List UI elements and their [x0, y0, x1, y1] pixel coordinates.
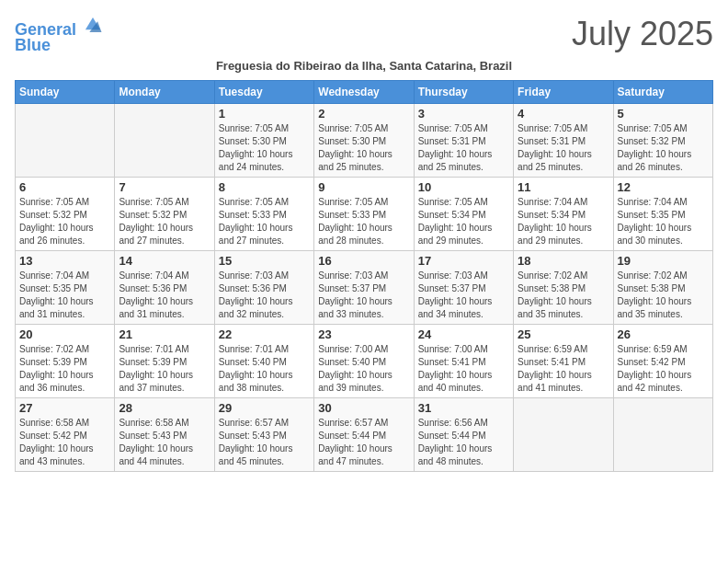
day-detail: Sunrise: 7:05 AM Sunset: 5:33 PM Dayligh…: [219, 196, 310, 247]
weekday-header-saturday: Saturday: [613, 80, 712, 103]
day-detail: Sunrise: 7:01 AM Sunset: 5:39 PM Dayligh…: [119, 343, 210, 395]
calendar-body: 1Sunrise: 7:05 AM Sunset: 5:30 PM Daylig…: [16, 103, 713, 471]
logo-icon: [83, 15, 103, 35]
calendar-cell: 16Sunrise: 7:03 AM Sunset: 5:37 PM Dayli…: [314, 250, 414, 324]
day-number: 13: [19, 254, 110, 268]
day-number: 6: [19, 180, 110, 194]
calendar-cell: 11Sunrise: 7:04 AM Sunset: 5:34 PM Dayli…: [514, 177, 613, 250]
day-number: 21: [119, 327, 210, 341]
calendar-cell: 15Sunrise: 7:03 AM Sunset: 5:36 PM Dayli…: [214, 250, 313, 324]
weekday-header-friday: Friday: [514, 80, 613, 103]
day-number: 29: [219, 401, 310, 415]
day-detail: Sunrise: 7:02 AM Sunset: 5:39 PM Dayligh…: [19, 343, 110, 395]
day-detail: Sunrise: 7:03 AM Sunset: 5:36 PM Dayligh…: [219, 270, 310, 321]
day-number: 18: [518, 254, 609, 268]
day-number: 16: [318, 254, 409, 268]
day-detail: Sunrise: 6:56 AM Sunset: 5:44 PM Dayligh…: [418, 417, 509, 468]
calendar-cell: 18Sunrise: 7:02 AM Sunset: 5:38 PM Dayli…: [514, 250, 613, 324]
month-title: July 2025: [572, 15, 713, 53]
calendar-cell: 24Sunrise: 7:00 AM Sunset: 5:41 PM Dayli…: [414, 324, 513, 397]
day-number: 19: [618, 254, 709, 268]
day-detail: Sunrise: 7:04 AM Sunset: 5:36 PM Dayligh…: [119, 270, 210, 321]
day-number: 17: [418, 254, 509, 268]
calendar-cell: 8Sunrise: 7:05 AM Sunset: 5:33 PM Daylig…: [214, 177, 313, 250]
calendar-cell: 5Sunrise: 7:05 AM Sunset: 5:32 PM Daylig…: [613, 103, 712, 177]
calendar-week-3: 13Sunrise: 7:04 AM Sunset: 5:35 PM Dayli…: [16, 250, 713, 324]
day-number: 10: [418, 180, 509, 194]
day-number: 5: [618, 107, 709, 121]
calendar-cell: 2Sunrise: 7:05 AM Sunset: 5:30 PM Daylig…: [314, 103, 414, 177]
calendar-cell: [514, 397, 613, 471]
calendar-cell: 23Sunrise: 7:00 AM Sunset: 5:40 PM Dayli…: [314, 324, 414, 397]
day-detail: Sunrise: 7:04 AM Sunset: 5:35 PM Dayligh…: [618, 196, 709, 247]
day-detail: Sunrise: 7:02 AM Sunset: 5:38 PM Dayligh…: [518, 270, 609, 321]
day-detail: Sunrise: 7:03 AM Sunset: 5:37 PM Dayligh…: [418, 270, 509, 321]
day-detail: Sunrise: 7:05 AM Sunset: 5:32 PM Dayligh…: [618, 122, 709, 174]
day-detail: Sunrise: 7:04 AM Sunset: 5:35 PM Dayligh…: [19, 270, 110, 321]
calendar-cell: 7Sunrise: 7:05 AM Sunset: 5:32 PM Daylig…: [115, 177, 214, 250]
day-detail: Sunrise: 6:59 AM Sunset: 5:42 PM Dayligh…: [618, 343, 709, 395]
subtitle: Freguesia do Ribeirao da Ilha, Santa Cat…: [15, 59, 713, 73]
day-number: 2: [318, 107, 409, 121]
day-detail: Sunrise: 6:59 AM Sunset: 5:41 PM Dayligh…: [518, 343, 609, 395]
weekday-header-row: SundayMondayTuesdayWednesdayThursdayFrid…: [16, 80, 713, 103]
day-number: 31: [418, 401, 509, 415]
day-number: 30: [318, 401, 409, 415]
day-detail: Sunrise: 7:00 AM Sunset: 5:41 PM Dayligh…: [418, 343, 509, 395]
calendar-cell: 12Sunrise: 7:04 AM Sunset: 5:35 PM Dayli…: [613, 177, 712, 250]
weekday-header-wednesday: Wednesday: [314, 80, 414, 103]
calendar-cell: 19Sunrise: 7:02 AM Sunset: 5:38 PM Dayli…: [613, 250, 712, 324]
day-number: 11: [518, 180, 609, 194]
weekday-header-sunday: Sunday: [16, 80, 115, 103]
day-number: 1: [219, 107, 310, 121]
calendar-week-4: 20Sunrise: 7:02 AM Sunset: 5:39 PM Dayli…: [16, 324, 713, 397]
calendar-cell: 9Sunrise: 7:05 AM Sunset: 5:33 PM Daylig…: [314, 177, 414, 250]
calendar-cell: 30Sunrise: 6:57 AM Sunset: 5:44 PM Dayli…: [314, 397, 414, 471]
calendar-cell: 17Sunrise: 7:03 AM Sunset: 5:37 PM Dayli…: [414, 250, 513, 324]
calendar-cell: 4Sunrise: 7:05 AM Sunset: 5:31 PM Daylig…: [514, 103, 613, 177]
calendar-cell: 3Sunrise: 7:05 AM Sunset: 5:31 PM Daylig…: [414, 103, 513, 177]
calendar-cell: 1Sunrise: 7:05 AM Sunset: 5:30 PM Daylig…: [214, 103, 313, 177]
calendar-cell: 25Sunrise: 6:59 AM Sunset: 5:41 PM Dayli…: [514, 324, 613, 397]
calendar-cell: [115, 103, 214, 177]
day-number: 20: [19, 327, 110, 341]
logo: General Blue: [15, 15, 103, 55]
day-detail: Sunrise: 7:05 AM Sunset: 5:30 PM Dayligh…: [219, 122, 310, 174]
calendar-cell: 26Sunrise: 6:59 AM Sunset: 5:42 PM Dayli…: [613, 324, 712, 397]
day-detail: Sunrise: 7:05 AM Sunset: 5:32 PM Dayligh…: [19, 196, 110, 247]
day-number: 7: [119, 180, 210, 194]
day-detail: Sunrise: 7:00 AM Sunset: 5:40 PM Dayligh…: [318, 343, 409, 395]
day-detail: Sunrise: 7:03 AM Sunset: 5:37 PM Dayligh…: [318, 270, 409, 321]
calendar-cell: [16, 103, 115, 177]
calendar-table: SundayMondayTuesdayWednesdayThursdayFrid…: [15, 80, 713, 472]
day-number: 3: [418, 107, 509, 121]
calendar-cell: [613, 397, 712, 471]
day-number: 27: [19, 401, 110, 415]
calendar-cell: 28Sunrise: 6:58 AM Sunset: 5:43 PM Dayli…: [115, 397, 214, 471]
day-detail: Sunrise: 6:57 AM Sunset: 5:44 PM Dayligh…: [318, 417, 409, 468]
day-detail: Sunrise: 6:58 AM Sunset: 5:42 PM Dayligh…: [19, 417, 110, 468]
calendar-header: SundayMondayTuesdayWednesdayThursdayFrid…: [16, 80, 713, 103]
day-detail: Sunrise: 7:05 AM Sunset: 5:30 PM Dayligh…: [318, 122, 409, 174]
weekday-header-monday: Monday: [115, 80, 214, 103]
day-number: 24: [418, 327, 509, 341]
day-number: 26: [618, 327, 709, 341]
calendar-cell: 13Sunrise: 7:04 AM Sunset: 5:35 PM Dayli…: [16, 250, 115, 324]
day-number: 14: [119, 254, 210, 268]
calendar-week-2: 6Sunrise: 7:05 AM Sunset: 5:32 PM Daylig…: [16, 177, 713, 250]
calendar-cell: 31Sunrise: 6:56 AM Sunset: 5:44 PM Dayli…: [414, 397, 513, 471]
calendar-cell: 21Sunrise: 7:01 AM Sunset: 5:39 PM Dayli…: [115, 324, 214, 397]
day-detail: Sunrise: 7:04 AM Sunset: 5:34 PM Dayligh…: [518, 196, 609, 247]
day-number: 4: [518, 107, 609, 121]
day-detail: Sunrise: 7:05 AM Sunset: 5:32 PM Dayligh…: [119, 196, 210, 247]
calendar-cell: 14Sunrise: 7:04 AM Sunset: 5:36 PM Dayli…: [115, 250, 214, 324]
day-detail: Sunrise: 7:05 AM Sunset: 5:33 PM Dayligh…: [318, 196, 409, 247]
calendar-cell: 29Sunrise: 6:57 AM Sunset: 5:43 PM Dayli…: [214, 397, 313, 471]
day-number: 25: [518, 327, 609, 341]
calendar-cell: 10Sunrise: 7:05 AM Sunset: 5:34 PM Dayli…: [414, 177, 513, 250]
day-number: 15: [219, 254, 310, 268]
day-detail: Sunrise: 7:05 AM Sunset: 5:34 PM Dayligh…: [418, 196, 509, 247]
day-number: 9: [318, 180, 409, 194]
weekday-header-thursday: Thursday: [414, 80, 513, 103]
day-number: 28: [119, 401, 210, 415]
